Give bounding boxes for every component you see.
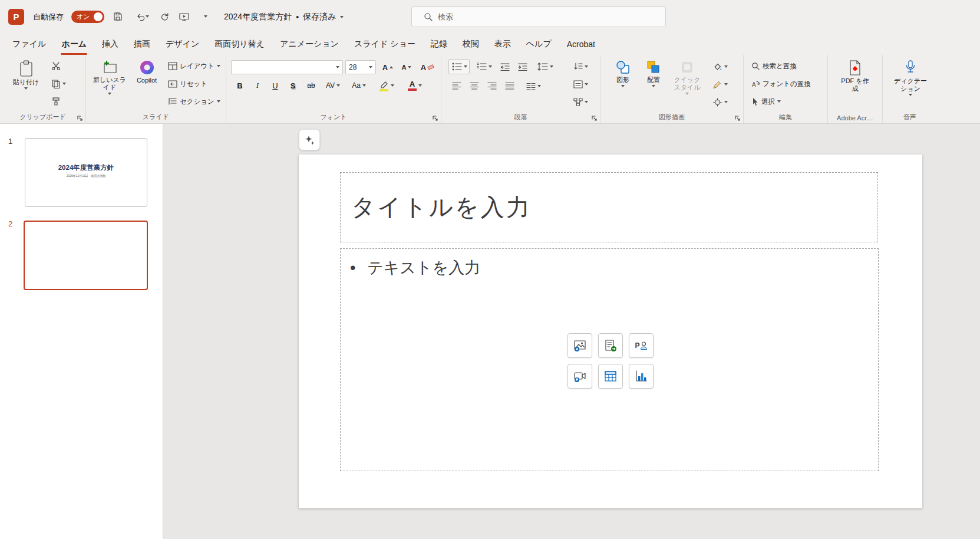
document-title-area[interactable]: 2024年度営業方針 • 保存済み	[224, 0, 344, 34]
tab-file[interactable]: ファイル	[5, 34, 54, 55]
redo-button[interactable]	[157, 9, 172, 24]
grow-font-arrow	[390, 66, 393, 68]
tab-home[interactable]: ホーム	[54, 34, 94, 55]
increase-indent-button[interactable]	[516, 60, 530, 74]
arrange-button[interactable]: 配置	[639, 57, 668, 87]
decrease-indent-icon	[500, 63, 510, 71]
tab-help[interactable]: ヘルプ	[519, 34, 559, 55]
highlight-pen-icon	[380, 80, 389, 91]
line-spacing-button[interactable]	[534, 59, 556, 74]
tab-animations[interactable]: アニメーション	[272, 34, 347, 55]
shrink-font-button[interactable]: A	[398, 60, 415, 74]
shape-outline-button[interactable]	[709, 77, 731, 92]
tab-record[interactable]: 記録	[423, 34, 455, 55]
clipboard-dialog-launcher[interactable]	[77, 115, 83, 121]
justify-button[interactable]	[503, 78, 517, 93]
tab-acrobat[interactable]: Acrobat	[559, 34, 603, 55]
columns-button[interactable]	[523, 78, 544, 94]
start-slideshow-button[interactable]	[176, 9, 192, 24]
editing-group-label: 編集	[744, 113, 827, 121]
convert-smartart-button[interactable]	[570, 94, 591, 110]
align-left-button[interactable]	[450, 78, 464, 93]
customize-toolbar-button[interactable]	[198, 9, 213, 24]
toggle-knob	[94, 12, 103, 21]
insert-cameo-button[interactable]: P	[629, 333, 654, 358]
shape-fill-button[interactable]	[709, 59, 731, 74]
insert-smartart-button[interactable]	[598, 333, 623, 358]
underline-button[interactable]: U	[268, 78, 283, 93]
group-editing: 検索と置換 A フォントの置換 選択 編集	[744, 55, 828, 123]
drawing-dialog-launcher[interactable]	[734, 115, 740, 121]
text-direction-icon	[573, 62, 583, 71]
group-clipboard: 貼り付け クリップボード	[0, 55, 86, 123]
grow-font-button[interactable]: A	[380, 60, 396, 74]
undo-button[interactable]	[132, 9, 152, 24]
tab-review[interactable]: 校閲	[455, 34, 487, 55]
present-icon	[179, 12, 190, 22]
shape-effects-icon	[712, 98, 722, 107]
layout-button[interactable]: レイアウト	[166, 59, 222, 73]
tab-insert[interactable]: 挿入	[94, 34, 126, 55]
new-slide-button[interactable]: 新しいスライド	[92, 57, 127, 95]
replace-fonts-button[interactable]: A フォントの置換	[750, 77, 813, 91]
font-size-combo[interactable]: 28	[345, 60, 376, 74]
slide-1-thumbnail[interactable]: 2024年度営業方針 2025年12月11日 経営企画部	[25, 138, 147, 207]
font-color-button[interactable]: A	[403, 77, 427, 94]
search-box[interactable]	[411, 6, 666, 27]
decrease-indent-button[interactable]	[498, 60, 512, 74]
change-case-button[interactable]: Aa	[348, 78, 370, 93]
paragraph-dialog-launcher[interactable]	[591, 115, 597, 121]
title-placeholder[interactable]: タイトルを入力	[340, 172, 878, 242]
tab-draw[interactable]: 描画	[126, 34, 158, 55]
tab-transitions[interactable]: 画面切り替え	[207, 34, 272, 55]
insert-table-button[interactable]	[598, 364, 623, 389]
designer-button[interactable]	[299, 129, 320, 150]
paste-button[interactable]: 貼り付け	[9, 57, 42, 90]
group-paragraph: 段落	[441, 55, 600, 123]
section-button[interactable]: セクション	[166, 94, 222, 109]
bullets-button[interactable]	[448, 59, 470, 74]
tab-slideshow[interactable]: スライド ショー	[347, 34, 423, 55]
insert-video-button[interactable]	[567, 364, 592, 389]
align-text-button[interactable]	[570, 77, 591, 92]
insert-stock-image-button[interactable]	[567, 333, 592, 358]
copy-button[interactable]	[48, 77, 68, 91]
autosave-toggle[interactable]: オン	[71, 11, 104, 23]
copilot-button[interactable]: Copilot	[131, 57, 163, 84]
slide-2-thumbnail[interactable]	[24, 221, 148, 290]
font-name-combo[interactable]	[231, 60, 343, 74]
text-direction-chevron	[585, 65, 588, 68]
undo-icon	[136, 12, 146, 22]
align-center-button[interactable]	[467, 78, 481, 93]
format-painter-button[interactable]	[48, 94, 64, 109]
numbering-button[interactable]	[473, 59, 494, 74]
align-right-button[interactable]	[485, 78, 499, 93]
strikethrough-button[interactable]: ab	[303, 78, 319, 93]
find-replace-button[interactable]: 検索と置換	[750, 59, 798, 73]
dictate-button[interactable]: ディクテーション	[891, 57, 930, 96]
quick-styles-icon	[679, 60, 695, 75]
save-button[interactable]	[110, 9, 126, 24]
italic-button[interactable]: I	[250, 78, 265, 93]
shapes-button[interactable]: 図形	[609, 57, 637, 87]
reset-button[interactable]: リセット	[166, 77, 209, 91]
underline-icon: U	[272, 81, 278, 90]
font-dialog-launcher[interactable]	[432, 115, 438, 121]
shape-effects-button[interactable]	[709, 94, 731, 110]
tab-design[interactable]: デザイン	[158, 34, 207, 55]
cut-button[interactable]	[48, 59, 64, 73]
character-spacing-button[interactable]: AV	[322, 78, 344, 93]
highlight-color-button[interactable]	[375, 77, 398, 94]
text-shadow-button[interactable]: S	[285, 78, 301, 93]
create-pdf-button[interactable]: PDF を作成	[839, 57, 872, 93]
bold-button[interactable]: B	[232, 78, 248, 93]
insert-chart-button[interactable]	[629, 364, 654, 389]
dictate-chevron	[909, 94, 912, 96]
text-direction-button[interactable]	[570, 59, 591, 74]
title-dropdown-chevron	[340, 16, 344, 18]
search-input[interactable]	[438, 12, 638, 21]
select-button[interactable]: 選択	[750, 94, 783, 109]
quick-styles-button[interactable]: クイック スタイル	[670, 57, 704, 95]
clear-formatting-button[interactable]: A	[418, 60, 436, 74]
tab-view[interactable]: 表示	[487, 34, 519, 55]
